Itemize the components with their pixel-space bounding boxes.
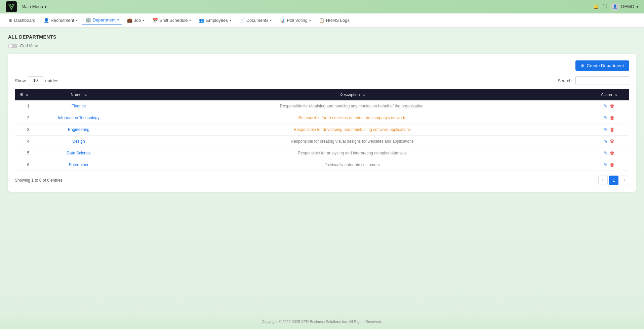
cell-name[interactable]: Engineering (42, 124, 116, 136)
cell-description: To visually entertain customers (116, 159, 589, 171)
delete-button[interactable]: 🗑 (610, 150, 614, 156)
cell-name[interactable]: Information Technology (42, 112, 116, 124)
cell-sl: 4 (15, 136, 42, 147)
table-row: 6 Entertainer To visually entertain cust… (15, 159, 629, 171)
grid-view-label: Grid View (20, 44, 38, 48)
nav-item-job[interactable]: 💼 Job ▾ (124, 16, 148, 25)
edit-button[interactable]: ✎ (604, 115, 608, 121)
plus-icon: ⊕ (581, 63, 585, 68)
nav-item-shift-schedule[interactable]: 📅 Shift Schedule ▾ (149, 16, 195, 25)
pagination: ‹ 1 › (598, 176, 629, 185)
page-footer: Copyright © 2022-2025 VPD Business Solut… (0, 314, 644, 329)
employees-chevron: ▾ (230, 18, 231, 22)
page-title: ALL DEPARTMENTS (8, 34, 636, 40)
copyright-text: Copyright © 2022-2025 VPD Business Solut… (262, 320, 382, 324)
nav-item-department[interactable]: 🏢 Department ▾ (82, 15, 122, 25)
recruitment-icon: 👤 (44, 18, 49, 23)
cell-name[interactable]: Entertainer (42, 159, 116, 171)
delete-button[interactable]: 🗑 (610, 127, 614, 132)
cell-name[interactable]: Data Science (42, 147, 116, 159)
grid-view-toggle: Grid View (8, 44, 636, 48)
cell-action: ✎ 🗑 (589, 124, 629, 136)
cell-sl: 5 (15, 147, 42, 159)
nav-label-employees: Employees (206, 18, 228, 23)
cell-sl: 1 (15, 100, 42, 112)
notification-icon[interactable]: 🔔 (593, 4, 599, 9)
documents-icon: 📄 (239, 18, 245, 23)
pagination-prev[interactable]: ‹ (598, 176, 608, 185)
cell-action: ✎ 🗑 (589, 100, 629, 112)
cell-description: Responsible for obtaining and handling a… (116, 100, 589, 112)
table-row: 3 Engineering Responsible for developing… (15, 124, 629, 136)
delete-button[interactable]: 🗑 (610, 103, 614, 109)
user-menu-button[interactable]: 👤 DEMO ▾ (611, 3, 639, 11)
main-menu-button[interactable]: Main Menu ▾ (22, 4, 47, 9)
logo[interactable] (5, 1, 17, 13)
nav-item-documents[interactable]: 📄 Documents ▾ (236, 16, 275, 25)
delete-button[interactable]: 🗑 (610, 139, 614, 144)
col-header-sl: Sl ⇅ (15, 89, 42, 100)
table-row: 1 Finance Responsible for obtaining and … (15, 100, 629, 112)
show-entries-control: Show entries (15, 76, 58, 85)
pagination-page-1[interactable]: 1 (609, 176, 618, 185)
nav-label-poll: Poll Voting (287, 18, 307, 23)
table-controls: Show entries Search: (15, 76, 629, 85)
top-header: Main Menu ▾ 🔔 ⛶ 👤 DEMO ▾ (0, 0, 644, 13)
desc-sort-icon: ⇅ (362, 93, 365, 97)
cell-action: ✎ 🗑 (589, 112, 629, 124)
action-buttons: ✎ 🗑 (594, 103, 625, 109)
cell-sl: 3 (15, 124, 42, 136)
delete-button[interactable]: 🗑 (610, 115, 614, 121)
showing-entries-label: Showing 1 to 6 of 6 entries (15, 178, 63, 183)
nav-item-poll-voting[interactable]: 📊 Poll Voting ▾ (276, 16, 314, 25)
create-department-button[interactable]: ⊕ Create Department (575, 60, 629, 71)
col-header-description: Description ⇅ (116, 89, 589, 100)
edit-button[interactable]: ✎ (604, 103, 608, 109)
col-header-action: Action ⇅ (589, 89, 629, 100)
name-sort-icon: ⇅ (84, 93, 87, 97)
edit-button[interactable]: ✎ (604, 162, 608, 168)
nav-item-hrms-logs[interactable]: 📋 HRMS Logs (316, 16, 353, 25)
employees-icon: 👥 (199, 18, 204, 23)
action-sort-icon: ⇅ (614, 93, 617, 97)
table-row: 5 Data Science Responsible for analyzing… (15, 147, 629, 159)
department-icon: 🏢 (86, 17, 91, 22)
nav-label-department: Department (93, 17, 116, 22)
entries-input[interactable] (28, 76, 43, 85)
nav-item-employees[interactable]: 👥 Employees ▾ (196, 16, 234, 25)
cell-sl: 6 (15, 159, 42, 171)
poll-icon: 📊 (280, 18, 285, 23)
edit-button[interactable]: ✎ (604, 127, 608, 132)
table-body: 1 Finance Responsible for obtaining and … (15, 100, 629, 171)
nav-item-recruitment[interactable]: 👤 Recruitment ▾ (40, 16, 81, 25)
cell-sl: 2 (15, 112, 42, 124)
cell-description: Responsible for developing and maintaini… (116, 124, 589, 136)
sl-sort-icon: ⇅ (26, 93, 28, 97)
edit-button[interactable]: ✎ (604, 150, 608, 156)
cell-description: Responsible for the devices entering the… (116, 112, 589, 124)
department-chevron: ▾ (117, 18, 119, 22)
search-input[interactable] (575, 76, 629, 85)
nav-bar: ⊞ Dashboard 👤 Recruitment ▾ 🏢 Department… (0, 13, 644, 28)
nav-label-job: Job (134, 18, 141, 23)
header-right: 🔔 ⛶ 👤 DEMO ▾ (593, 3, 639, 11)
cell-name[interactable]: Design (42, 136, 116, 147)
job-chevron: ▾ (143, 18, 145, 22)
nav-label-shift: Shift Schedule (160, 18, 188, 23)
edit-button[interactable]: ✎ (604, 139, 608, 144)
grid-view-switch[interactable] (8, 44, 17, 48)
shift-chevron: ▾ (189, 18, 191, 22)
fullscreen-icon[interactable]: ⛶ (603, 4, 607, 9)
shift-icon: 📅 (153, 18, 158, 23)
delete-button[interactable]: 🗑 (610, 162, 614, 168)
poll-chevron: ▾ (309, 18, 311, 22)
dashboard-icon: ⊞ (9, 18, 12, 23)
cell-action: ✎ 🗑 (589, 159, 629, 171)
departments-table: Sl ⇅ Name ⇅ Description ⇅ Action ⇅ 1 Fin… (15, 89, 629, 171)
nav-item-dashboard[interactable]: ⊞ Dashboard (5, 16, 39, 25)
nav-label-recruitment: Recruitment (51, 18, 74, 23)
pagination-next[interactable]: › (620, 176, 629, 185)
cell-description: Responsible for analyzing and interpreti… (116, 147, 589, 159)
cell-name[interactable]: Finance (42, 100, 116, 112)
action-buttons: ✎ 🗑 (594, 162, 625, 168)
